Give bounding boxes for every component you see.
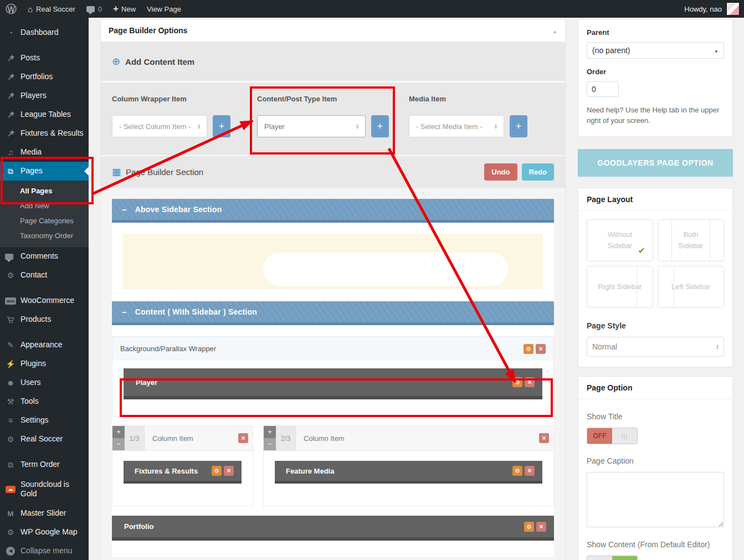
column-item-select[interactable]: - Select Column Item - <box>112 115 207 137</box>
pin-icon <box>4 54 17 63</box>
above-sidebar-section-bar[interactable]: Above Sidebar Section <box>112 199 554 223</box>
column-wrapper-item-label: Column Wrapper Item <box>112 95 247 103</box>
collapse-menu-button[interactable]: ◀ Collapse menu <box>0 542 89 560</box>
sidebar-item-dashboard[interactable]: ◔ Dashboard <box>0 23 89 42</box>
item-settings-icon-button[interactable] <box>212 466 222 476</box>
column-grow-button[interactable] <box>264 426 276 438</box>
item-delete-icon-button[interactable] <box>224 466 234 476</box>
howdy-text[interactable]: Howdy, nao <box>684 5 722 13</box>
add-media-item-button[interactable]: + <box>510 115 527 137</box>
item-settings-icon-button[interactable] <box>524 522 534 532</box>
sidebar-item-label: Settings <box>20 415 49 425</box>
avatar[interactable] <box>726 2 740 16</box>
content-post-type-select[interactable]: Player <box>257 115 366 137</box>
sidebar-item-settings[interactable]: ≡ Settings <box>0 411 89 430</box>
collapse-minus-icon[interactable] <box>122 205 135 214</box>
column-delete-icon-button[interactable] <box>539 433 549 443</box>
toggle-handle <box>587 556 612 560</box>
site-name-link[interactable]: Real Soccer <box>22 0 81 18</box>
submenu-item-page-categories[interactable]: Page Categories <box>0 213 89 228</box>
undo-button[interactable]: Undo <box>484 163 517 181</box>
soundcloud-icon: ☁ <box>4 486 17 493</box>
sidebar-item-posts[interactable]: Posts <box>0 49 89 68</box>
item-delete-icon-button[interactable] <box>536 522 546 532</box>
sidebar-item-pages[interactable]: ⧉ Pages <box>0 162 89 181</box>
sidebar-item-comments[interactable]: Comments <box>0 247 89 266</box>
wordpress-logo-icon[interactable] <box>0 0 22 18</box>
sidebar-item-plugins[interactable]: ⚡ Plugins <box>0 355 89 373</box>
show-content-toggle[interactable]: ON <box>587 556 638 560</box>
comments-shortcut[interactable]: 0 <box>81 0 107 18</box>
new-menu[interactable]: New <box>107 0 141 18</box>
item-settings-icon-button[interactable] <box>512 466 522 476</box>
content-sidebar-section-body: Background/Parallax Wrapper Player <box>112 325 554 557</box>
add-content-label: Add Content Item <box>125 57 194 66</box>
sidebar-item-fixtures-results[interactable]: Fixtures & Results <box>0 124 89 143</box>
collapse-icon: ◀ <box>4 547 17 556</box>
column-delete-icon-button[interactable] <box>238 433 248 443</box>
parent-select[interactable]: (no parent) <box>587 42 724 59</box>
sidebar-item-players[interactable]: Players <box>0 86 89 105</box>
content-sidebar-section-bar[interactable]: Content ( With Sidebar ) Section <box>112 301 554 325</box>
content-pill-shape <box>263 253 508 286</box>
layout-option-without-sidebar[interactable]: Without Sidebar <box>587 219 653 261</box>
gear-icon: ⚙ <box>4 435 17 444</box>
add-column-item-button[interactable]: + <box>213 115 230 137</box>
sidebar-item-master-slider[interactable]: M Master Slider <box>0 504 89 523</box>
submenu-item-taxonomy-order[interactable]: Taxonomy Order <box>0 228 89 243</box>
layout-option-left-sidebar[interactable]: Left Sidebar <box>658 266 724 308</box>
show-title-toggle[interactable]: OFF <box>587 428 638 444</box>
portfolio-item-bar[interactable]: Portfolio <box>112 516 554 541</box>
sidebar-item-term-order[interactable]: ⧉ Term Order <box>0 455 89 474</box>
sidebar-item-products[interactable]: Products <box>0 310 89 329</box>
sidebar-item-woocommerce[interactable]: woo WooCommerce <box>0 291 89 310</box>
submenu-item-all-pages[interactable]: All Pages <box>0 183 89 198</box>
sidebar-item-portfolios[interactable]: Portfolios <box>0 68 89 86</box>
collapse-minus-icon[interactable] <box>122 307 135 317</box>
page-style-label: Page Style <box>587 321 724 330</box>
pages-icon: ⧉ <box>4 167 17 176</box>
toggle-off-state: OFF <box>587 428 612 444</box>
sidebar-item-league-tables[interactable]: League Tables <box>0 105 89 124</box>
sidebar-item-tools[interactable]: ⚒ Tools <box>0 392 89 411</box>
pin-icon <box>4 92 17 100</box>
collapse-toggle-icon[interactable] <box>552 27 557 35</box>
sidebar-item-real-soccer[interactable]: ⚙ Real Soccer <box>0 430 89 449</box>
player-item-bar[interactable]: Player <box>124 368 542 399</box>
add-content-item-button[interactable]: Add Content Item <box>101 42 565 83</box>
page-style-select[interactable]: Normal <box>587 337 724 357</box>
sidebar-item-users[interactable]: ☻ Users <box>0 373 89 392</box>
column-item-label: Column Item <box>145 426 236 450</box>
submenu-item-add-new[interactable]: Add New <box>0 198 89 213</box>
sidebar-item-label: Fixtures & Results <box>20 129 84 138</box>
sidebar-item-soundcloud-is-gold[interactable]: ☁ Soundcloud is Gold <box>0 474 89 504</box>
sidebar-item-contact[interactable]: ⚙ Contact <box>0 266 89 285</box>
feature-media-item-bar[interactable]: Feature Media <box>275 461 542 484</box>
builder-canvas: Above Sidebar Section Content ( With Sid… <box>101 188 565 560</box>
add-content-post-type-button[interactable]: + <box>371 115 389 137</box>
layout-option-right-sidebar[interactable]: Right Sidebar <box>587 266 653 308</box>
goodlayers-page-option-button[interactable]: GOODLAYERS PAGE OPTION <box>578 149 733 177</box>
wrapper-settings-icon-button[interactable] <box>524 344 533 354</box>
item-delete-icon-button[interactable] <box>525 466 535 476</box>
column-wrapper-item-group: Column Wrapper Item - Select Column Item… <box>112 95 247 137</box>
page-option-panel: Page Option Show Title OFF Page Caption … <box>578 376 733 560</box>
column-shrink-button[interactable] <box>112 438 125 450</box>
home-icon <box>28 4 36 14</box>
layout-option-both-sidebar[interactable]: Both Sidebar <box>658 219 724 261</box>
sidebar-item-wp-google-map[interactable]: ⚙ WP Google Map <box>0 523 89 542</box>
column-shrink-button[interactable] <box>264 438 276 450</box>
sidebar-item-media[interactable]: ♫ Media <box>0 143 89 162</box>
column-grow-button[interactable] <box>112 426 125 438</box>
wrapper-delete-icon-button[interactable] <box>536 344 546 354</box>
portfolio-item-label: Portfolio <box>124 522 153 531</box>
page-caption-textarea[interactable] <box>587 472 724 527</box>
fixtures-results-item-bar[interactable]: Fixtures & Results <box>124 461 242 484</box>
view-page-link[interactable]: View Page <box>141 0 187 18</box>
player-delete-icon-button[interactable] <box>525 377 535 387</box>
player-settings-icon-button[interactable] <box>512 377 522 387</box>
order-input[interactable] <box>587 81 619 97</box>
sidebar-item-appearance[interactable]: ✎ Appearance <box>0 336 89 355</box>
redo-button[interactable]: Redo <box>522 163 555 181</box>
media-item-select[interactable]: - Select Media Item - <box>409 115 504 137</box>
